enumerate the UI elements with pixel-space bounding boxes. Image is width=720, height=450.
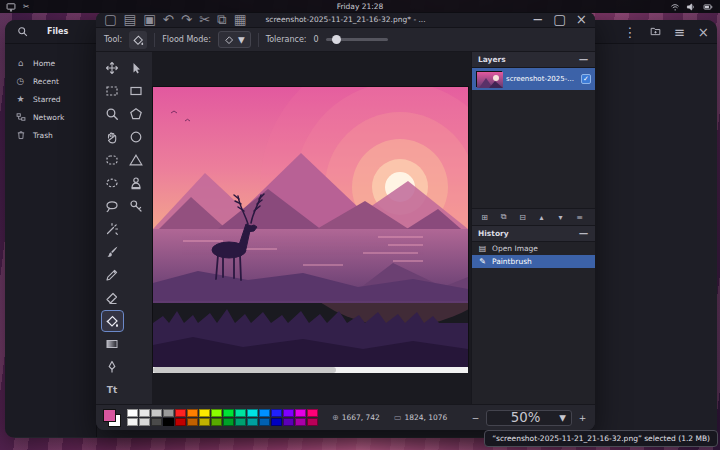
horizontal-scrollbar[interactable]: [153, 367, 468, 373]
search-icon[interactable]: [13, 23, 31, 41]
text-tool[interactable]: Tt: [101, 379, 124, 401]
rectangle-tool[interactable]: [125, 80, 148, 102]
polygon-tool[interactable]: [125, 103, 148, 125]
palette-swatch[interactable]: [307, 418, 318, 426]
palette-swatch[interactable]: [139, 418, 150, 426]
gradient-tool[interactable]: [101, 333, 124, 355]
palette-swatch[interactable]: [235, 418, 246, 426]
palette-swatch[interactable]: [307, 409, 318, 417]
palette-swatch[interactable]: [187, 418, 198, 426]
palette-swatch[interactable]: [127, 418, 138, 426]
palette-swatch[interactable]: [211, 418, 222, 426]
primary-color-swatch[interactable]: [103, 409, 116, 422]
volume-icon[interactable]: [686, 2, 696, 12]
copy-icon[interactable]: ⧉: [217, 12, 227, 28]
add-layer-icon[interactable]: ⊞: [476, 210, 493, 224]
palette-swatch[interactable]: [271, 418, 282, 426]
palette-swatch[interactable]: [283, 418, 294, 426]
rectangle-select-tool[interactable]: [101, 80, 124, 102]
zoom-in-button[interactable]: +: [576, 413, 589, 423]
palette-swatch[interactable]: [223, 409, 234, 417]
palette-swatch[interactable]: [187, 409, 198, 417]
palette-swatch[interactable]: [163, 418, 174, 426]
layer-row[interactable]: screenshot-2025-... ✓: [472, 68, 595, 90]
move-selected-tool[interactable]: [125, 57, 148, 79]
paintbrush-tool[interactable]: [101, 241, 124, 263]
duplicate-layer-icon[interactable]: ⧉: [495, 210, 512, 224]
view-options-button[interactable]: ⋮: [623, 25, 636, 40]
redo-icon[interactable]: ↷: [181, 12, 192, 28]
palette-swatch[interactable]: [163, 409, 174, 417]
collapse-history-button[interactable]: −: [578, 226, 589, 241]
clock[interactable]: Friday 21:28: [337, 2, 384, 11]
history-item-open-image[interactable]: ▤ Open Image: [472, 242, 595, 255]
save-icon[interactable]: ▣: [143, 12, 156, 28]
paste-icon[interactable]: ▦: [234, 12, 247, 28]
palette-swatch[interactable]: [259, 409, 270, 417]
current-colors[interactable]: [102, 408, 123, 428]
zoom-out-button[interactable]: −: [469, 413, 482, 423]
slider-thumb[interactable]: [332, 35, 341, 44]
palette-swatch[interactable]: [175, 418, 186, 426]
image-canvas[interactable]: [153, 87, 468, 367]
hamburger-menu-button[interactable]: ≡: [674, 25, 685, 40]
palette-swatch[interactable]: [259, 418, 270, 426]
sidebar-item-network[interactable]: Network: [5, 108, 96, 126]
new-folder-button[interactable]: [650, 25, 661, 40]
history-item-paintbrush[interactable]: ✎ Paintbrush: [472, 255, 595, 268]
palette-swatch[interactable]: [151, 418, 162, 426]
ellipse-select-tool[interactable]: [101, 172, 124, 194]
collapse-layers-button[interactable]: −: [578, 52, 589, 67]
current-tool-bucket-icon[interactable]: [129, 31, 147, 49]
minimize-button[interactable]: −: [532, 12, 543, 27]
pan-tool[interactable]: [101, 126, 124, 148]
palette-swatch[interactable]: [139, 409, 150, 417]
eraser-tool[interactable]: [101, 287, 124, 309]
clone-stamp-tool[interactable]: [125, 172, 148, 194]
raise-layer-icon[interactable]: ▴: [533, 210, 550, 224]
close-button[interactable]: ×: [576, 12, 587, 27]
magic-wand-tool[interactable]: [101, 218, 124, 240]
palette-swatch[interactable]: [199, 409, 210, 417]
recolor-tool[interactable]: [125, 195, 148, 217]
palette-swatch[interactable]: [235, 409, 246, 417]
files-close-button[interactable]: ×: [698, 25, 709, 40]
maximize-button[interactable]: ▢: [553, 12, 566, 27]
scrollbar-handle[interactable]: [153, 367, 336, 373]
undo-icon[interactable]: ↶: [163, 12, 174, 28]
flood-mode-dropdown[interactable]: ▾: [218, 31, 251, 48]
editor-titlebar[interactable]: ▢ ▤ ▣ ↶ ↷ ✂ ⧉ ▦ screenshot-2025-11-21_21…: [96, 12, 595, 28]
wifi-icon[interactable]: [670, 2, 680, 12]
freeform-select-tool[interactable]: [101, 149, 124, 171]
palette-swatch[interactable]: [175, 409, 186, 417]
palette-swatch[interactable]: [127, 409, 138, 417]
palette-swatch[interactable]: [211, 409, 222, 417]
sidebar-item-home[interactable]: ⌂ Home: [5, 54, 96, 72]
ink-tool[interactable]: [101, 356, 124, 378]
sidebar-item-trash[interactable]: Trash: [5, 126, 96, 144]
display-icon[interactable]: [6, 2, 16, 12]
new-image-icon[interactable]: ▢: [104, 12, 117, 28]
palette-swatch[interactable]: [295, 418, 306, 426]
palette-swatch[interactable]: [295, 409, 306, 417]
lasso-select-tool[interactable]: [101, 195, 124, 217]
open-image-icon[interactable]: ▤: [124, 12, 137, 28]
sidebar-item-recent[interactable]: ◷ Recent: [5, 72, 96, 90]
move-selection-tool[interactable]: [101, 57, 124, 79]
zoom-tool[interactable]: [101, 103, 124, 125]
palette-swatch[interactable]: [247, 409, 258, 417]
palette-swatch[interactable]: [199, 418, 210, 426]
tolerance-slider[interactable]: [326, 38, 388, 41]
battery-icon[interactable]: [702, 2, 714, 12]
palette-swatch[interactable]: [247, 418, 258, 426]
screenshot-icon[interactable]: ✂: [23, 2, 29, 11]
merge-layer-icon[interactable]: ⊟: [514, 210, 531, 224]
palette-swatch[interactable]: [283, 409, 294, 417]
pencil-tool[interactable]: [101, 264, 124, 286]
cut-icon[interactable]: ✂: [199, 12, 210, 28]
layer-properties-icon[interactable]: ≡: [571, 210, 588, 224]
sidebar-item-starred[interactable]: ★ Starred: [5, 90, 96, 108]
paint-bucket-tool[interactable]: [101, 310, 124, 332]
lower-layer-icon[interactable]: ▾: [552, 210, 569, 224]
palette-swatch[interactable]: [271, 409, 282, 417]
